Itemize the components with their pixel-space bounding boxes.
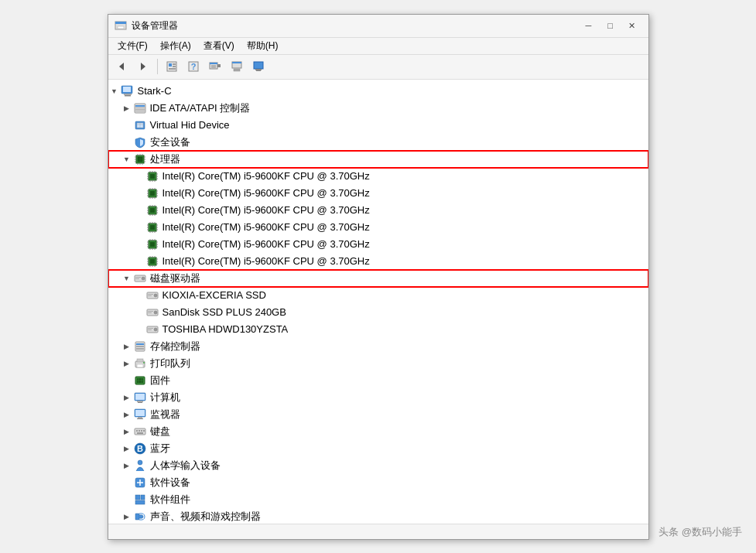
list-item[interactable]: ▶ 键盘: [108, 423, 648, 440]
list-item[interactable]: Virtual Hid Device: [108, 117, 648, 134]
disk-group-label: 磁盘驱动器: [150, 271, 200, 285]
svg-rect-173: [139, 430, 140, 432]
minimize-button[interactable]: ─: [579, 18, 599, 33]
cpu5-label: Intel(R) Core(TM) i5-9600KF CPU @ 3.70GH…: [162, 238, 370, 250]
svg-point-143: [154, 311, 157, 314]
svg-text:B: B: [137, 444, 143, 453]
softcomp-label: 软件组件: [150, 493, 190, 507]
svg-rect-136: [135, 277, 141, 278]
svg-rect-121: [150, 259, 155, 264]
svg-marker-3: [119, 63, 124, 70]
list-item[interactable]: ▶ 打印队列: [108, 355, 648, 372]
cpu6-label: Intel(R) Core(TM) i5-9600KF CPU @ 3.70GH…: [162, 255, 370, 267]
svg-rect-176: [137, 432, 143, 434]
security-icon: [133, 135, 147, 149]
menu-view[interactable]: 查看(V): [197, 38, 241, 54]
svg-rect-151: [136, 343, 144, 345]
svg-rect-107: [150, 242, 155, 247]
device-tree[interactable]: ▼ Stark-C ▶: [108, 80, 648, 524]
firmware-label: 固件: [150, 374, 170, 387]
sandisk-icon: [145, 306, 159, 319]
svg-rect-1: [115, 22, 126, 24]
disk-group-icon: [133, 271, 147, 285]
toolbar: ?: [108, 55, 648, 80]
list-item[interactable]: Intel(R) Core(TM) i5-9600KF CPU @ 3.70GH…: [108, 219, 648, 236]
kioxia-label: KIOXIA-EXCERIA SSD: [162, 289, 266, 301]
svg-rect-172: [136, 430, 138, 432]
list-item[interactable]: SanDisk SSD PLUS 240GB: [108, 304, 648, 321]
svg-rect-149: [148, 329, 152, 330]
tree-root[interactable]: ▼ Stark-C: [108, 83, 648, 100]
processor-group[interactable]: ▼ 处理器: [108, 151, 648, 168]
toshiba-icon: [145, 323, 159, 336]
svg-marker-4: [141, 63, 145, 70]
update-button[interactable]: [227, 56, 247, 77]
svg-rect-152: [136, 346, 144, 347]
list-item[interactable]: TOSHIBA HDWD130YZSTA: [108, 321, 648, 338]
close-button[interactable]: ✕: [622, 18, 642, 33]
root-arrow: ▼: [108, 87, 121, 95]
back-button[interactable]: [111, 56, 132, 77]
disk-group[interactable]: ▼ 磁盘驱动器: [108, 270, 648, 287]
svg-rect-29: [135, 108, 145, 108]
svg-rect-22: [256, 70, 261, 71]
menu-action[interactable]: 操作(A): [154, 38, 197, 54]
list-item[interactable]: 安全设备: [108, 134, 648, 151]
list-item[interactable]: 固件: [108, 372, 648, 389]
svg-rect-168: [135, 410, 145, 416]
svg-rect-140: [148, 294, 153, 295]
list-item[interactable]: Intel(R) Core(TM) i5-9600KF CPU @ 3.70GH…: [108, 236, 648, 253]
svg-rect-165: [137, 401, 143, 402]
list-item[interactable]: Intel(R) Core(TM) i5-9600KF CPU @ 3.70GH…: [108, 185, 648, 202]
svg-rect-174: [141, 430, 142, 432]
svg-text:?: ?: [190, 62, 196, 71]
svg-rect-156: [137, 364, 143, 367]
list-item[interactable]: 软件组件: [108, 491, 648, 508]
svg-rect-13: [210, 63, 217, 64]
list-item[interactable]: ▶ 计算机: [108, 389, 648, 406]
keyboard-icon: [133, 425, 147, 439]
display-button[interactable]: [248, 56, 269, 77]
list-item[interactable]: KIOXIA-EXCERIA SSD: [108, 287, 648, 304]
toshiba-label: TOSHIBA HDWD130YZSTA: [162, 323, 289, 335]
list-item[interactable]: Intel(R) Core(TM) i5-9600KF CPU @ 3.70GH…: [108, 253, 648, 270]
list-item[interactable]: Intel(R) Core(TM) i5-9600KF CPU @ 3.70GH…: [108, 168, 648, 185]
ide-arrow: ▶: [121, 104, 133, 112]
svg-rect-31: [135, 111, 145, 111]
list-item[interactable]: ▶ 人体学输入设备: [108, 457, 648, 474]
list-item[interactable]: ▶ 监视器: [108, 406, 648, 423]
watermark: 头条 @数码小能手: [659, 525, 742, 539]
hid-label: 人体学输入设备: [150, 459, 221, 473]
svg-point-147: [154, 328, 157, 331]
forward-button[interactable]: [133, 56, 153, 77]
svg-rect-175: [143, 430, 145, 432]
softdevice-icon: [133, 476, 147, 490]
svg-rect-166: [138, 402, 142, 403]
help-button[interactable]: ?: [183, 56, 204, 77]
maximize-button[interactable]: □: [600, 18, 621, 33]
cpu-group-icon: [133, 152, 147, 166]
cpu-group-arrow: ▼: [121, 155, 133, 163]
list-item[interactable]: ▶ B 蓝牙: [108, 440, 648, 457]
properties-button[interactable]: [162, 56, 182, 77]
svg-rect-28: [135, 105, 145, 107]
svg-rect-93: [150, 225, 155, 230]
list-item[interactable]: ▶ 声音、视频和游戏控制器: [108, 508, 648, 524]
list-item[interactable]: Intel(R) Core(TM) i5-9600KF CPU @ 3.70GH…: [108, 202, 648, 219]
menu-help[interactable]: 帮助(H): [241, 38, 285, 54]
menu-bar: 文件(F) 操作(A) 查看(V) 帮助(H): [108, 38, 648, 55]
list-item[interactable]: ▶ 存储控制器: [108, 338, 648, 355]
list-item[interactable]: ▶ IDE ATA/ATAPI 控制器: [108, 100, 648, 117]
scan-button[interactable]: [205, 56, 225, 77]
cpu1-label: Intel(R) Core(TM) i5-9600KF CPU @ 3.70GH…: [162, 170, 370, 182]
svg-rect-186: [135, 514, 139, 520]
menu-file[interactable]: 文件(F): [111, 38, 154, 54]
cpu1-icon: [145, 169, 159, 183]
svg-rect-170: [137, 418, 143, 419]
list-item[interactable]: 软件设备: [108, 474, 648, 491]
svg-point-135: [142, 277, 145, 280]
svg-rect-144: [148, 311, 153, 312]
svg-point-179: [138, 460, 142, 465]
device-manager-window: 设备管理器 ─ □ ✕ 文件(F) 操作(A) 查看(V) 帮助(H): [108, 14, 649, 540]
kioxia-icon: [145, 288, 159, 302]
